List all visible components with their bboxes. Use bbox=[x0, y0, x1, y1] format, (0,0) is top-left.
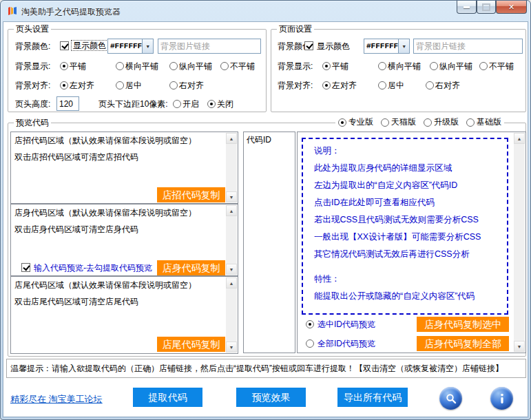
page-align-left-radio[interactable] bbox=[322, 81, 331, 90]
all-id-preview-label[interactable]: 全部ID代码预览 bbox=[317, 339, 375, 348]
version-upgrade-radio[interactable] bbox=[424, 118, 432, 127]
body-line2: 双击店身代码区域可清空店身代码 bbox=[14, 224, 138, 235]
scroll-down-icon[interactable]: ▼ bbox=[226, 264, 237, 275]
body-scrollbar[interactable]: ▲ ▼ bbox=[226, 205, 237, 275]
header-margin-off-radio[interactable] bbox=[207, 100, 216, 108]
version-tmall-radio[interactable] bbox=[381, 118, 389, 127]
maximize-button[interactable] bbox=[477, 1, 496, 14]
selected-id-preview-radio[interactable] bbox=[306, 320, 314, 328]
header-display-horizontal-radio[interactable] bbox=[116, 62, 124, 70]
search-button[interactable] bbox=[439, 387, 462, 410]
header-color-combobox[interactable]: #FFFFFF ▼ bbox=[107, 39, 154, 54]
page-bg-align-label: 背景对齐: bbox=[278, 81, 313, 90]
page-display-vertical-label[interactable]: 纵向平铺 bbox=[439, 61, 472, 71]
header-align-right-radio[interactable] bbox=[169, 81, 178, 90]
page-align-center-radio[interactable] bbox=[378, 81, 386, 90]
header-bg-image-input[interactable] bbox=[158, 39, 261, 54]
minimize-button[interactable] bbox=[457, 1, 477, 14]
scroll-down-icon[interactable]: ▼ bbox=[226, 191, 237, 202]
header-margin-on-label[interactable]: 开启 bbox=[183, 99, 199, 109]
page-color-combobox[interactable]: #FFFFFF ▼ bbox=[364, 39, 410, 54]
all-id-preview-radio[interactable] bbox=[306, 339, 314, 348]
version-upgrade[interactable]: 升级版 bbox=[424, 116, 459, 128]
scroll-up-icon[interactable]: ▲ bbox=[226, 277, 237, 288]
version-pro[interactable]: 专业版 bbox=[338, 116, 373, 128]
footer-copy-button[interactable]: 店尾代码复制 bbox=[157, 337, 225, 352]
header-height-label: 页头高度: bbox=[15, 99, 50, 109]
header-height-input[interactable] bbox=[56, 96, 79, 111]
header-bg-color-label: 背景颜色: bbox=[15, 41, 50, 51]
header-display-tile-radio[interactable] bbox=[60, 62, 68, 70]
header-align-left-label[interactable]: 左对齐 bbox=[70, 81, 94, 90]
export-all-code-button[interactable]: 导出所有代码 bbox=[337, 388, 408, 407]
banner-line2: 双击店招代码区域可清空店招代码 bbox=[14, 151, 138, 163]
info-icon bbox=[497, 393, 508, 404]
copy-selected-button[interactable]: 店身代码复制选中 bbox=[417, 317, 509, 332]
close-button[interactable]: ✕ bbox=[496, 1, 527, 14]
banner-line1: 店招代码区域（默认效果请保留本段说明或留空） bbox=[14, 135, 196, 147]
page-align-right-radio[interactable] bbox=[426, 81, 434, 90]
selected-id-preview-label[interactable]: 选中ID代码预览 bbox=[317, 319, 375, 329]
footer-line1: 店尾代码区域（默认效果请保留本段说明或留空） bbox=[14, 280, 196, 291]
body-line1: 店身代码区域（默认效果请保留本段说明或留空） bbox=[14, 207, 196, 219]
banner-copy-button[interactable]: 店招代码复制 bbox=[157, 187, 225, 202]
hint-bar: 温馨提示：请输入欲提取代码的（正确）店铺链接，然后点击“提取代码”按钮或回车进行… bbox=[6, 359, 526, 378]
header-margin-label: 页头下边距10像素: bbox=[98, 99, 168, 109]
page-display-tile-radio[interactable] bbox=[322, 62, 331, 70]
banner-scrollbar[interactable]: ▲ ▼ bbox=[226, 133, 237, 202]
page-show-color-label[interactable]: 显示颜色 bbox=[317, 41, 350, 51]
input-code-preview-checkbox[interactable] bbox=[21, 263, 30, 272]
code-id-listbox[interactable]: 代码ID bbox=[243, 132, 295, 353]
copy-all-button[interactable]: 店身代码复制全部 bbox=[417, 336, 509, 351]
page-display-vertical-radio[interactable] bbox=[430, 62, 438, 70]
input-code-preview-label[interactable]: 输入代码预览-去勾提取代码预览 bbox=[34, 263, 152, 273]
info-button[interactable] bbox=[490, 387, 513, 410]
header-align-left-radio[interactable] bbox=[60, 81, 68, 90]
page-align-left-label[interactable]: 左对齐 bbox=[332, 81, 357, 90]
page-display-horizontal-radio[interactable] bbox=[378, 62, 386, 70]
preview-effect-button[interactable]: 预览效果 bbox=[236, 388, 306, 407]
header-align-right-label[interactable]: 右对齐 bbox=[179, 81, 204, 90]
header-margin-on-radio[interactable] bbox=[173, 100, 181, 108]
page-bg-image-input[interactable] bbox=[413, 39, 523, 54]
scroll-down-icon[interactable]: ▼ bbox=[226, 342, 237, 353]
page-show-color-checkbox[interactable] bbox=[304, 41, 313, 50]
body-copy-button[interactable]: 店身代码复制 bbox=[157, 260, 225, 275]
page-display-none-label[interactable]: 不平铺 bbox=[489, 61, 514, 71]
header-show-color-checkbox[interactable] bbox=[60, 41, 69, 50]
app-icon bbox=[7, 6, 18, 17]
detail-scrollbar[interactable]: ▲ ▼ bbox=[514, 133, 525, 352]
header-align-center-label[interactable]: 居中 bbox=[125, 81, 142, 90]
header-align-center-radio[interactable] bbox=[116, 81, 124, 90]
extract-code-button[interactable]: 提取代码 bbox=[133, 388, 202, 407]
header-margin-off-label[interactable]: 关闭 bbox=[217, 99, 233, 109]
header-show-color-label[interactable]: 显示颜色 bbox=[71, 40, 108, 51]
header-display-vertical-radio[interactable] bbox=[169, 62, 178, 70]
scroll-up-icon[interactable]: ▲ bbox=[226, 133, 237, 144]
version-pro-radio[interactable] bbox=[338, 118, 346, 127]
version-basic-radio[interactable] bbox=[466, 118, 475, 127]
title-bar[interactable]: 淘美助手之代码提取预览器 ✕ bbox=[1, 1, 531, 21]
code-id-label: 代码ID bbox=[247, 134, 271, 146]
page-display-none-radio[interactable] bbox=[479, 62, 488, 70]
chevron-down-icon[interactable]: ▼ bbox=[398, 39, 409, 53]
header-display-vertical-label[interactable]: 纵向平铺 bbox=[179, 61, 212, 71]
version-tmall[interactable]: 天猫版 bbox=[381, 116, 416, 128]
minimize-icon bbox=[464, 6, 470, 8]
header-display-horizontal-label[interactable]: 横向平铺 bbox=[125, 61, 158, 71]
scroll-up-icon[interactable]: ▲ bbox=[226, 205, 237, 216]
header-display-none-radio[interactable] bbox=[220, 62, 229, 70]
scroll-down-icon[interactable]: ▼ bbox=[514, 341, 525, 352]
version-basic[interactable]: 基础版 bbox=[466, 116, 501, 128]
forum-link[interactable]: 精彩尽在 淘宝美工论坛 bbox=[10, 393, 103, 406]
chevron-down-icon[interactable]: ▼ bbox=[142, 39, 153, 53]
page-display-horizontal-label[interactable]: 横向平铺 bbox=[388, 61, 421, 71]
scroll-up-icon[interactable]: ▲ bbox=[514, 133, 525, 144]
header-display-none-label[interactable]: 不平铺 bbox=[230, 61, 255, 71]
header-display-tile-label[interactable]: 平铺 bbox=[70, 61, 86, 71]
header-bg-align-label: 背景对齐: bbox=[15, 81, 50, 90]
footer-scrollbar[interactable]: ▲ ▼ bbox=[226, 277, 237, 353]
page-align-center-label[interactable]: 居中 bbox=[388, 81, 404, 90]
page-align-right-label[interactable]: 右对齐 bbox=[435, 81, 460, 90]
page-display-tile-label[interactable]: 平铺 bbox=[332, 61, 348, 71]
